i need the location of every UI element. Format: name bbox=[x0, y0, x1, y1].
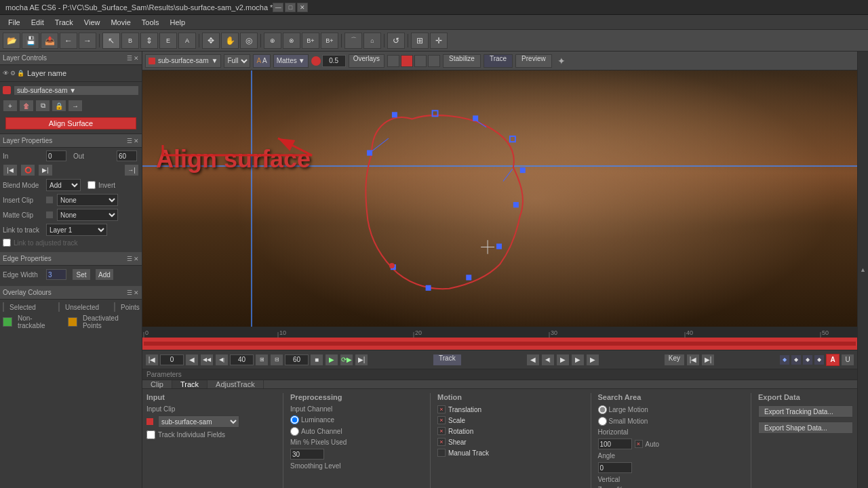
key-button[interactable]: Key bbox=[664, 354, 685, 366]
go-out-btn[interactable]: ▶| bbox=[38, 164, 53, 176]
points-color-swatch[interactable] bbox=[114, 302, 115, 312]
tab-adjust[interactable]: AdjustTrack bbox=[208, 380, 264, 388]
tool-select[interactable]: ↖ bbox=[102, 33, 120, 49]
small-motion-radio[interactable] bbox=[598, 417, 607, 426]
nav-right-btn[interactable]: ▶ bbox=[586, 354, 599, 366]
tool-b[interactable]: B bbox=[121, 33, 139, 49]
tool-grid[interactable]: ⊞ bbox=[411, 33, 429, 49]
tool-add-pt[interactable]: ⊕ bbox=[264, 33, 281, 49]
menu-view[interactable]: View bbox=[79, 17, 106, 28]
play-loop-btn[interactable]: ⟳▶ bbox=[340, 354, 353, 366]
u-button[interactable]: U bbox=[841, 354, 854, 366]
overlay-colours-menu-icon[interactable]: ☰ bbox=[127, 289, 132, 296]
auto-channel-radio[interactable] bbox=[290, 427, 299, 436]
scale-checkbox[interactable] bbox=[437, 416, 446, 424]
visibility-icon[interactable]: 👁 bbox=[3, 70, 9, 77]
blend-mode-select[interactable]: Add bbox=[46, 179, 81, 191]
edge-props-close-icon[interactable]: ✕ bbox=[134, 256, 139, 262]
color-btn-1[interactable] bbox=[387, 55, 399, 67]
align-surface-button[interactable]: Align Surface bbox=[5, 117, 136, 129]
input-clip-select[interactable]: sub-surface-sam bbox=[158, 415, 239, 428]
tool-cross[interactable]: ✛ bbox=[430, 33, 448, 49]
matte-clip-select[interactable]: None bbox=[57, 209, 118, 221]
stop-btn[interactable]: ■ bbox=[310, 354, 323, 366]
edge-set-btn[interactable]: Set bbox=[72, 268, 91, 281]
non-trackable-color-swatch[interactable] bbox=[3, 317, 12, 327]
duplicate-layer-btn[interactable]: ⧉ bbox=[35, 100, 50, 112]
edge-props-menu-icon[interactable]: ☰ bbox=[127, 256, 132, 262]
prev-in-btn[interactable]: ⭕ bbox=[20, 164, 35, 176]
tool-a[interactable]: A bbox=[178, 33, 196, 49]
unselected-color-swatch[interactable] bbox=[58, 302, 60, 312]
set-out-btn[interactable]: →| bbox=[124, 164, 139, 176]
out-input[interactable]: 60 bbox=[117, 150, 137, 161]
tool-align[interactable]: ⌂ bbox=[363, 33, 381, 49]
layer-name-selector[interactable]: sub-surface-sam ▼ bbox=[14, 85, 139, 96]
menu-tools[interactable]: Tools bbox=[136, 17, 165, 28]
deactivated-color-swatch[interactable] bbox=[68, 317, 77, 327]
tool-edit[interactable]: E bbox=[159, 33, 177, 49]
menu-help[interactable]: Help bbox=[164, 17, 191, 28]
close-button[interactable]: ✕ bbox=[297, 3, 308, 12]
tool-arrow[interactable]: ⇕ bbox=[140, 33, 158, 49]
key-ind-4[interactable]: ◆ bbox=[814, 354, 825, 365]
menu-movie[interactable]: Movie bbox=[105, 17, 136, 28]
delete-layer-btn[interactable]: 🗑 bbox=[19, 100, 34, 112]
tool-b-plus2[interactable]: B+ bbox=[321, 33, 338, 49]
track-fields-checkbox[interactable] bbox=[146, 430, 155, 439]
set-mark-btn[interactable]: ⊞ bbox=[255, 354, 269, 366]
shear-checkbox[interactable] bbox=[437, 438, 446, 446]
lock-layer-btn[interactable]: 🔒 bbox=[52, 100, 66, 112]
frame-out-input[interactable] bbox=[285, 354, 309, 365]
perspective-checkbox[interactable] bbox=[437, 449, 446, 457]
frame-input[interactable] bbox=[160, 354, 184, 365]
prev10-btn[interactable]: ◀◀ bbox=[200, 354, 214, 366]
horizontal-input[interactable] bbox=[598, 439, 632, 449]
color-btn-4[interactable] bbox=[428, 55, 440, 67]
angle-input[interactable] bbox=[598, 462, 632, 473]
large-motion-radio[interactable] bbox=[598, 405, 607, 414]
tool-b-plus1[interactable]: B+ bbox=[302, 33, 319, 49]
quality-select[interactable]: Full bbox=[224, 54, 250, 68]
layer-props-menu-icon[interactable]: ☰ bbox=[127, 138, 132, 144]
minimize-button[interactable]: — bbox=[273, 3, 283, 12]
preview-btn[interactable]: Preview bbox=[515, 54, 552, 68]
play-btn[interactable]: ▶ bbox=[325, 354, 338, 366]
tool-forward[interactable]: → bbox=[79, 33, 96, 49]
key-ind-2[interactable]: ◆ bbox=[791, 354, 802, 365]
tool-rotate-ccw[interactable]: ↺ bbox=[387, 33, 405, 49]
tool-zoom[interactable]: ◎ bbox=[240, 33, 258, 49]
color-btn-3[interactable] bbox=[414, 55, 427, 67]
tool-open[interactable]: 📂 bbox=[3, 33, 20, 49]
add-layer-btn[interactable]: + bbox=[3, 100, 18, 112]
channel-ab-btn[interactable]: A A bbox=[253, 54, 270, 68]
edge-width-input[interactable] bbox=[46, 269, 66, 280]
track-button[interactable]: Track bbox=[433, 354, 462, 366]
link-adjusted-checkbox[interactable] bbox=[3, 239, 11, 247]
go-in-btn[interactable]: |◀ bbox=[3, 164, 18, 176]
invert-checkbox[interactable] bbox=[87, 181, 96, 189]
trace-btn[interactable]: Trace bbox=[484, 54, 513, 68]
nav-shift-left-btn[interactable]: ◀| bbox=[541, 354, 555, 366]
set-in-btn[interactable]: ◀| bbox=[215, 354, 229, 366]
key-ind-1[interactable]: ◆ bbox=[779, 354, 790, 365]
prev-frame-btn[interactable]: ◀ bbox=[185, 354, 199, 366]
export-shape-btn[interactable]: Export Shape Data... bbox=[758, 422, 853, 434]
in-input[interactable]: 0 bbox=[46, 150, 66, 161]
key-nav-1[interactable]: |◀ bbox=[686, 354, 700, 366]
tab-track[interactable]: Track bbox=[172, 380, 208, 388]
min-pixels-input[interactable] bbox=[290, 449, 324, 460]
luminance-radio[interactable] bbox=[290, 415, 299, 424]
key-ind-3[interactable]: ◆ bbox=[802, 354, 813, 365]
lock-icon[interactable]: 🔒 bbox=[17, 70, 24, 77]
layer-selector[interactable]: sub-surface-sam ▼ bbox=[145, 54, 221, 68]
translation-checkbox[interactable] bbox=[437, 405, 446, 413]
rotation-checkbox[interactable] bbox=[437, 427, 446, 435]
overlay-colours-close-icon[interactable]: ✕ bbox=[134, 289, 139, 296]
set-out-btn[interactable]: ⊟ bbox=[270, 354, 283, 366]
layer-controls-close-icon[interactable]: ✕ bbox=[134, 55, 139, 62]
menu-edit[interactable]: Edit bbox=[26, 17, 50, 28]
edge-add-btn[interactable]: Add bbox=[95, 268, 114, 281]
tab-clip[interactable]: Clip bbox=[142, 380, 172, 388]
maximize-button[interactable]: □ bbox=[285, 3, 296, 12]
